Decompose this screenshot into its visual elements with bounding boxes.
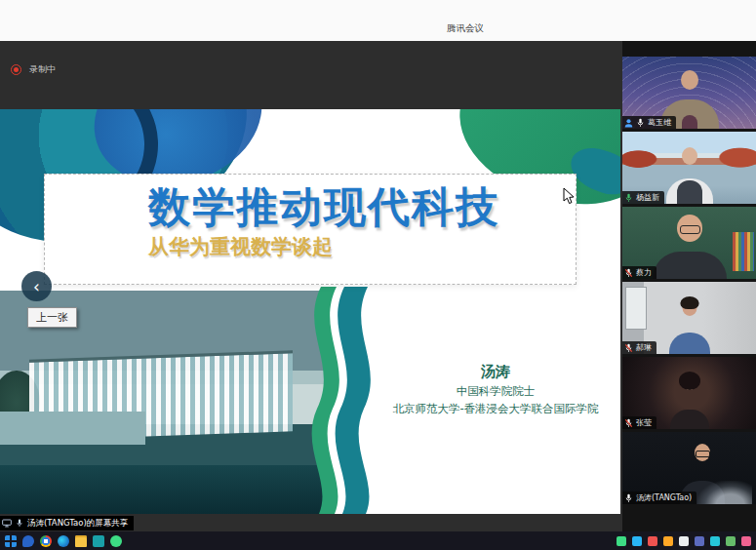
participant-tile-6[interactable]: 汤涛(TANGTao) xyxy=(622,432,756,504)
slide-title-box: 数学推动现代科技 从华为重视数学谈起 xyxy=(44,174,577,285)
participant-name: 郝琳 xyxy=(636,342,652,353)
presenter-affiliation: 北京师范大学-香港浸会大学联合国际学院 xyxy=(373,402,618,416)
previous-slide-tooltip: 上一张 xyxy=(27,307,77,328)
taskbar-left-icons xyxy=(5,535,122,547)
monitor-icon xyxy=(2,519,12,528)
tray-green-icon[interactable] xyxy=(726,536,736,546)
shared-screen: 数学推动现代科技 从华为重视数学谈起 汤涛 中国科学院院士 北京师范大学-香港浸… xyxy=(0,109,620,514)
chat-app-icon[interactable] xyxy=(22,535,34,547)
photo-ground xyxy=(0,465,330,514)
participant-name: 蔡力 xyxy=(636,267,652,278)
microphone-speaking-icon xyxy=(624,193,633,203)
participant-name: 张莹 xyxy=(636,417,652,428)
recording-label: 录制中 xyxy=(29,63,56,76)
participant-tile-5[interactable]: 张莹 xyxy=(622,357,756,429)
messenger-app-icon[interactable] xyxy=(110,535,122,547)
edge-icon[interactable] xyxy=(58,535,69,547)
presenter-block: 汤涛 中国科学院院士 北京师范大学-香港浸会大学联合国际学院 xyxy=(373,363,618,416)
taskbar xyxy=(0,531,756,550)
microphone-icon xyxy=(636,118,645,128)
participant-name-bar: 张莹 xyxy=(622,416,657,429)
slide-title: 数学推动现代科技 xyxy=(148,184,576,229)
tray-red-icon[interactable] xyxy=(648,536,657,546)
microphone-muted-icon xyxy=(624,343,633,353)
microphone-muted-icon xyxy=(624,418,633,428)
participant-tile-3[interactable]: 蔡力 xyxy=(622,207,756,279)
screen: 腾讯会议 录制中 数学 xyxy=(0,0,756,550)
participant-tile-4[interactable]: 郝琳 xyxy=(622,282,756,354)
participant-name-bar: 杨益新 xyxy=(622,191,664,204)
wechat-icon[interactable] xyxy=(617,536,626,546)
participant-name-bar: 葛玉维 xyxy=(622,116,676,129)
tray-orange-icon[interactable] xyxy=(663,536,673,546)
microphone-muted-icon xyxy=(624,268,633,278)
share-banner-label: 汤涛(TANGTao)的屏幕共享 xyxy=(27,518,128,530)
microphone-icon xyxy=(15,519,24,528)
meeting-app-icon[interactable] xyxy=(93,535,104,547)
previous-slide-button[interactable]: ‹ xyxy=(21,271,52,301)
participant-name-bar: 汤涛(TANGTao) xyxy=(622,491,696,504)
tray-blue-icon[interactable] xyxy=(632,536,642,546)
microphone-icon xyxy=(624,493,633,503)
screen-share-banner[interactable]: 汤涛(TANGTao)的屏幕共享 xyxy=(0,516,134,530)
participant-tile-2[interactable]: 杨益新 xyxy=(622,132,756,204)
participant-name-bar: 郝琳 xyxy=(622,341,657,354)
record-dot-icon xyxy=(11,64,21,75)
tray-cyan-icon[interactable] xyxy=(710,536,720,546)
presenter-name: 汤涛 xyxy=(373,363,618,381)
photo-building-wing xyxy=(0,412,145,445)
person-icon xyxy=(624,118,633,128)
participant-avatar xyxy=(681,70,698,90)
recording-indicator: 录制中 xyxy=(11,63,56,76)
tray-pink-icon[interactable] xyxy=(741,536,751,546)
participant-name: 汤涛(TANGTao) xyxy=(636,492,692,503)
os-titlebar: 腾讯会议 xyxy=(0,0,756,41)
mouse-cursor xyxy=(563,187,576,206)
participant-name: 杨益新 xyxy=(636,192,659,203)
tray-white-icon[interactable] xyxy=(679,536,689,546)
file-explorer-icon[interactable] xyxy=(75,535,87,547)
meeting-window: 录制中 数学推动现代科技 从华为重视数学谈起 xyxy=(0,41,756,531)
participant-sidebar: 葛玉维 杨益新 蔡力 xyxy=(622,41,756,531)
chevron-left-icon: ‹ xyxy=(33,277,40,296)
tray-indigo-icon[interactable] xyxy=(695,536,704,546)
participant-name: 葛玉维 xyxy=(648,117,671,128)
slide-subtitle: 从华为重视数学谈起 xyxy=(148,233,576,260)
window-title: 腾讯会议 xyxy=(447,22,484,35)
start-button-icon[interactable] xyxy=(5,535,17,547)
presenter-title: 中国科学院院士 xyxy=(373,384,618,399)
participant-tile-1[interactable]: 葛玉维 xyxy=(622,57,756,129)
participant-name-bar: 蔡力 xyxy=(622,266,657,279)
chrome-icon[interactable] xyxy=(40,535,52,547)
system-tray xyxy=(617,536,751,546)
